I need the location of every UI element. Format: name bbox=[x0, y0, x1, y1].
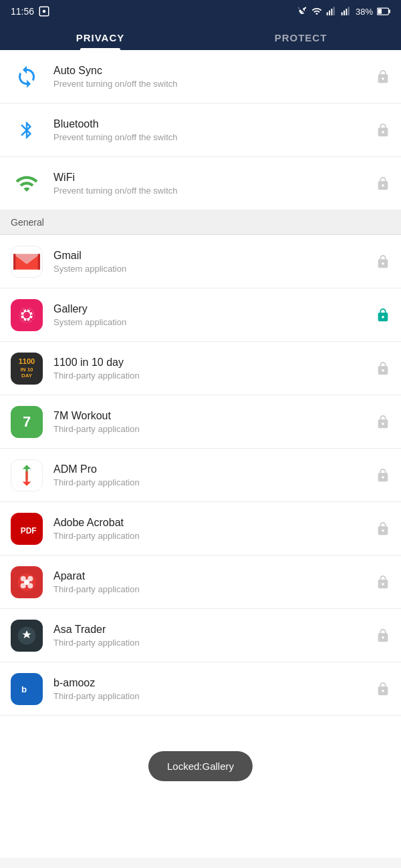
tab-bar: PRIVACY PROTECT bbox=[0, 23, 401, 50]
list-item-asatrader[interactable]: Asa Trader Third-party application bbox=[0, 609, 401, 662]
aparat-title: Aparat bbox=[53, 570, 376, 582]
svg-rect-4 bbox=[331, 9, 332, 15]
autosync-title: Auto Sync bbox=[53, 65, 376, 77]
svg-point-27 bbox=[24, 580, 29, 585]
asatrader-subtitle: Third-party application bbox=[53, 638, 376, 648]
status-bar: 11:56 38% bbox=[0, 0, 401, 23]
adobe-svg: PDF bbox=[16, 518, 37, 539]
gmail-lock-icon bbox=[376, 254, 390, 269]
1100-lock-icon bbox=[376, 361, 390, 376]
list-item-bluetooth[interactable]: Bluetooth Prevent turning on/off the swi… bbox=[0, 103, 401, 157]
7m-subtitle: Third-party application bbox=[53, 424, 376, 434]
1100-title: 1100 in 10 day bbox=[53, 357, 376, 369]
list-item-bamooz[interactable]: b b-amooz Third-party application bbox=[0, 662, 401, 716]
autosync-svg bbox=[15, 65, 39, 89]
adm-icon bbox=[11, 459, 43, 491]
asatrader-text: Asa Trader Third-party application bbox=[53, 624, 376, 648]
bamooz-title: b-amooz bbox=[53, 677, 376, 689]
7m-lock-icon bbox=[376, 415, 390, 429]
tab-privacy[interactable]: PRIVACY bbox=[0, 23, 200, 50]
gmail-svg bbox=[13, 252, 40, 272]
svg-rect-13 bbox=[13, 254, 15, 269]
gmail-text: Gmail System application bbox=[53, 250, 376, 274]
1100-subtitle: Third-party application bbox=[53, 371, 376, 381]
svg-rect-12 bbox=[378, 9, 382, 14]
gmail-subtitle: System application bbox=[53, 264, 376, 274]
svg-rect-2 bbox=[327, 12, 328, 15]
asatrader-title: Asa Trader bbox=[53, 624, 376, 636]
adobe-icon: PDF bbox=[11, 513, 43, 545]
list-item-gmail[interactable]: Gmail System application bbox=[0, 235, 401, 288]
svg-rect-8 bbox=[346, 9, 347, 15]
toast-locked-gallery: Locked:Gallery bbox=[148, 751, 253, 781]
svg-point-16 bbox=[25, 313, 29, 316]
svg-rect-9 bbox=[348, 7, 350, 15]
list-item-adobe[interactable]: PDF Adobe Acrobat Third-party applicatio… bbox=[0, 502, 401, 556]
gallery-text: Gallery System application bbox=[53, 303, 376, 327]
list-item-wifi[interactable]: WiFi Prevent turning on/off the switch bbox=[0, 157, 401, 210]
adobe-title: Adobe Acrobat bbox=[53, 517, 376, 529]
list-item-7m[interactable]: 7 7M Workout Third-party application bbox=[0, 395, 401, 449]
bluetooth-lock-icon bbox=[376, 123, 390, 138]
list-item-gallery[interactable]: Gallery System application bbox=[0, 288, 401, 342]
adm-svg bbox=[14, 463, 39, 488]
svg-rect-3 bbox=[329, 11, 330, 15]
status-right: 38% bbox=[297, 6, 390, 17]
bluetooth-icon bbox=[11, 114, 43, 146]
aparat-icon bbox=[11, 566, 43, 598]
content-area: Auto Sync Prevent turning on/off the swi… bbox=[0, 50, 401, 858]
asatrader-lock-icon bbox=[376, 628, 390, 643]
list-item-1100[interactable]: 1100 IN 10 DAY 1100 in 10 day Third-part… bbox=[0, 342, 401, 395]
aparat-svg bbox=[16, 572, 37, 593]
list-item-autosync[interactable]: Auto Sync Prevent turning on/off the swi… bbox=[0, 50, 401, 103]
signal2-icon bbox=[341, 6, 352, 17]
svg-rect-11 bbox=[389, 10, 391, 13]
autosync-text: Auto Sync Prevent turning on/off the swi… bbox=[53, 65, 376, 89]
gallery-title: Gallery bbox=[53, 303, 376, 315]
wifi-lock-icon bbox=[376, 176, 390, 191]
wifi-status-icon bbox=[311, 6, 322, 17]
gallery-lock-icon bbox=[376, 308, 390, 322]
1100-text: 1100 in 10 day Third-party application bbox=[53, 357, 376, 381]
svg-rect-6 bbox=[342, 12, 343, 15]
status-left: 11:56 bbox=[11, 5, 50, 17]
autosync-subtitle: Prevent turning on/off the switch bbox=[53, 79, 376, 89]
svg-point-19 bbox=[22, 318, 24, 320]
wifi-app-icon bbox=[11, 168, 43, 200]
bluetooth-svg bbox=[17, 120, 37, 140]
aparat-subtitle: Third-party application bbox=[53, 584, 376, 594]
list-item-aparat[interactable]: Aparat Third-party application bbox=[0, 556, 401, 609]
bamooz-icon: b bbox=[11, 673, 43, 705]
list-item-adm[interactable]: ADM Pro Third-party application bbox=[0, 449, 401, 502]
svg-point-18 bbox=[29, 310, 31, 312]
adobe-lock-icon bbox=[376, 521, 390, 536]
gallery-icon bbox=[11, 299, 43, 331]
bamooz-subtitle: Third-party application bbox=[53, 691, 376, 701]
bluetooth-title: Bluetooth bbox=[53, 118, 376, 130]
mute-icon bbox=[297, 6, 307, 17]
bamooz-svg: b bbox=[16, 678, 37, 700]
svg-point-1 bbox=[43, 10, 46, 13]
gallery-subtitle: System application bbox=[53, 317, 376, 327]
signal-icon bbox=[326, 6, 337, 17]
svg-point-20 bbox=[29, 318, 31, 320]
svg-rect-14 bbox=[38, 254, 40, 269]
wifi-subtitle: Prevent turning on/off the switch bbox=[53, 186, 376, 196]
autosync-lock-icon bbox=[376, 69, 390, 84]
battery-level: 38% bbox=[356, 7, 373, 17]
wifi-title: WiFi bbox=[53, 172, 376, 184]
bluetooth-subtitle: Prevent turning on/off the switch bbox=[53, 132, 376, 142]
bamooz-lock-icon bbox=[376, 682, 390, 696]
bluetooth-text: Bluetooth Prevent turning on/off the swi… bbox=[53, 118, 376, 142]
adm-lock-icon bbox=[376, 468, 390, 483]
adm-subtitle: Third-party application bbox=[53, 477, 376, 487]
bamooz-text: b-amooz Third-party application bbox=[53, 677, 376, 701]
adm-title: ADM Pro bbox=[53, 463, 376, 475]
gallery-svg bbox=[17, 305, 37, 325]
aparat-lock-icon bbox=[376, 575, 390, 590]
tab-protect[interactable]: PROTECT bbox=[200, 23, 401, 50]
wifi-text: WiFi Prevent turning on/off the switch bbox=[53, 172, 376, 196]
battery-icon bbox=[377, 7, 390, 15]
svg-rect-7 bbox=[344, 11, 345, 15]
aparat-text: Aparat Third-party application bbox=[53, 570, 376, 594]
